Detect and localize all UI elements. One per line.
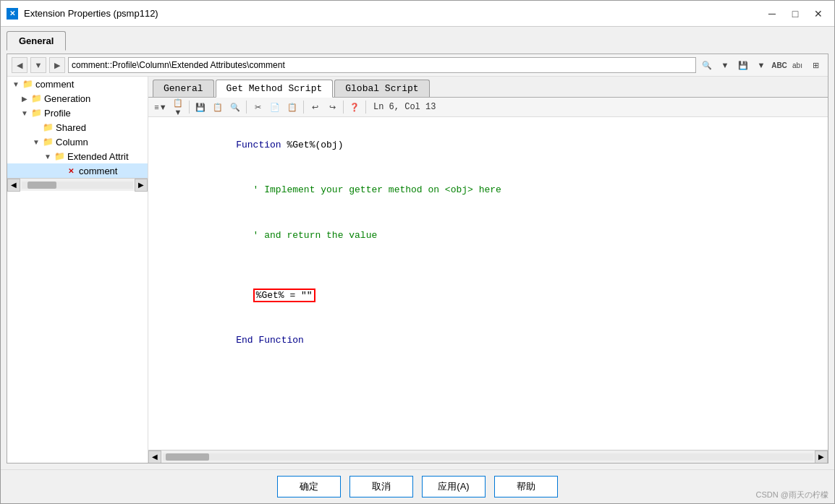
abc2-btn[interactable]: abı <box>789 57 805 73</box>
h-scroll-area: ◀ ▶ <box>148 450 828 463</box>
code-indent <box>236 290 253 301</box>
tree-label: Shared <box>56 122 86 133</box>
close-button[interactable]: ✕ <box>808 5 828 22</box>
grid-btn[interactable]: ⊞ <box>808 57 823 73</box>
main-window: ✕ Extension Properties (psmp112) ─ □ ✕ G… <box>0 0 835 504</box>
expand-icon: ▼ <box>30 136 42 148</box>
maximize-button[interactable]: □ <box>785 5 805 22</box>
folder-icon: 📁 <box>42 121 54 133</box>
tab-get-method[interactable]: Get Method Script <box>216 80 334 98</box>
tree-panel: ▼ 📁 comment ▶ 📁 Generation ▼ 📁 <box>7 77 148 178</box>
folder-icon: 📁 <box>54 150 65 162</box>
breadcrumb-toolbar: ◀ ▼ ▶ 🔍 ▼ 💾 ▼ ABC abı ⊞ <box>7 54 828 77</box>
folder-icon: 📁 <box>30 107 42 119</box>
separator3 <box>303 101 304 114</box>
apply-button[interactable]: 应用(A) <box>422 476 486 497</box>
nav-dropdown-button[interactable]: ▼ <box>30 57 46 73</box>
expand-icon <box>54 165 65 176</box>
watermark: CSDN @雨天の柠檬 <box>756 490 828 500</box>
code-line-1: Function %Get%(obj) <box>157 123 819 168</box>
help-button[interactable]: 帮助 <box>494 476 558 497</box>
h-scroll-right[interactable]: ▶ <box>815 450 828 464</box>
separator4 <box>343 101 344 114</box>
separator5 <box>365 101 366 114</box>
content-area: ◀ ▼ ▶ 🔍 ▼ 💾 ▼ ABC abı ⊞ <box>1 51 834 469</box>
format-btn[interactable]: ≡▼ <box>153 100 169 114</box>
undo-btn[interactable]: ↩ <box>307 100 323 114</box>
redo-btn[interactable]: ↪ <box>324 100 340 114</box>
find-btn[interactable]: 🔍 <box>227 100 243 114</box>
template-btn[interactable]: 📋▼ <box>170 100 186 114</box>
expand-icon: ▼ <box>19 107 30 119</box>
search-dropdown-btn[interactable]: ▼ <box>717 57 733 73</box>
kw-end-function: End Function <box>236 335 304 346</box>
tree-panel-container: ▼ 📁 comment ▶ 📁 Generation ▼ 📁 <box>7 77 148 463</box>
tree-label: Generation <box>44 93 90 104</box>
back-button[interactable]: ◀ <box>12 57 27 73</box>
tree-item-profile[interactable]: ▼ 📁 Profile <box>7 106 148 120</box>
tree-item-extended-attrib[interactable]: ▼ 📁 Extended Attrit <box>7 149 148 163</box>
cut-btn[interactable]: ✂ <box>250 100 266 114</box>
inner-panel: ◀ ▼ ▶ 🔍 ▼ 💾 ▼ ABC abı ⊞ <box>7 54 828 464</box>
help-editor-btn[interactable]: ❓ <box>347 100 363 114</box>
bottom-bar: 确定 取消 应用(A) 帮助 CSDN @雨天の柠檬 <box>1 469 834 503</box>
tree-scroll-right[interactable]: ▶ <box>135 179 148 192</box>
abc-btn[interactable]: ABC <box>771 57 787 73</box>
folder-icon: 📁 <box>30 93 42 104</box>
app-icon: ✕ <box>7 8 18 20</box>
save-btn[interactable]: 💾 <box>735 57 751 73</box>
highlighted-code: %Get% = "" <box>253 289 315 302</box>
tree-scroll-left[interactable]: ◀ <box>7 179 20 192</box>
comment-line2: ' and return the value <box>236 230 377 241</box>
save-dropdown-btn[interactable]: ▼ <box>753 57 769 73</box>
save-editor-btn[interactable]: 💾 <box>192 100 208 114</box>
kw-function: Function <box>236 140 287 150</box>
h-scroll-left[interactable]: ◀ <box>148 450 161 464</box>
code-editor[interactable]: Function %Get%(obj) ' Implement your get… <box>148 117 828 450</box>
tree-label: Profile <box>44 108 71 119</box>
tree-item-comment-root[interactable]: ▼ 📁 comment <box>7 77 148 91</box>
tree-item-comment-leaf[interactable]: ✕ comment <box>7 163 148 178</box>
minimize-button[interactable]: ─ <box>762 5 782 22</box>
cancel-button[interactable]: 取消 <box>349 476 413 497</box>
expand-icon <box>30 121 42 133</box>
h-scroll-track <box>163 453 813 461</box>
toolbar-icons: 🔍 ▼ 💾 ▼ ABC abı ⊞ <box>699 57 823 73</box>
editor-panel: General Get Method Script Global Script … <box>148 77 828 463</box>
window-controls: ─ □ ✕ <box>762 5 828 22</box>
title-bar: ✕ Extension Properties (psmp112) ─ □ ✕ <box>1 1 834 27</box>
tree-scroll-thumb <box>27 181 56 189</box>
tree-item-shared[interactable]: 📁 Shared <box>7 120 148 134</box>
expand-icon: ▼ <box>42 150 54 162</box>
main-tab-row: General <box>1 27 834 51</box>
code-line-5: %Get% = "" <box>157 273 819 318</box>
code-line-6: End Function <box>157 318 819 363</box>
fn-name: %Get%(obj) <box>287 140 343 150</box>
tree-scrollbar: ◀ ▶ <box>7 178 148 191</box>
editor-toolbar: ≡▼ 📋▼ 💾 📋 🔍 ✂ 📄 📋 ↩ ↪ <box>148 98 828 117</box>
tab-global-script[interactable]: Global Script <box>334 80 429 97</box>
code-line-4 <box>157 258 819 273</box>
tab-general[interactable]: General <box>7 31 66 51</box>
separator1 <box>189 101 190 114</box>
tree-scroll-track <box>22 181 133 189</box>
tree-label: Column <box>56 137 88 148</box>
expand-icon: ▶ <box>19 93 30 104</box>
copy-btn[interactable]: 📋 <box>210 100 226 114</box>
ok-button[interactable]: 确定 <box>277 476 341 497</box>
tree-label: comment <box>35 79 74 90</box>
tree-item-column[interactable]: ▼ 📁 Column <box>7 134 148 149</box>
code-line-3: ' and return the value <box>157 213 819 258</box>
copy2-btn[interactable]: 📄 <box>267 100 283 114</box>
breadcrumb-input[interactable] <box>68 57 696 73</box>
tree-item-generation[interactable]: ▶ 📁 Generation <box>7 91 148 106</box>
tree-label: comment <box>79 166 117 176</box>
code-line-2: ' Implement your getter method on <obj> … <box>157 168 819 213</box>
cursor-status: Ln 6, Col 13 <box>373 102 436 112</box>
x-icon: ✕ <box>65 165 77 176</box>
paste-btn[interactable]: 📋 <box>284 100 300 114</box>
search-icon-btn[interactable]: 🔍 <box>699 57 715 73</box>
forward-button[interactable]: ▶ <box>49 57 65 73</box>
tab-general-editor[interactable]: General <box>153 80 214 97</box>
editor-tabs: General Get Method Script Global Script <box>148 77 828 98</box>
